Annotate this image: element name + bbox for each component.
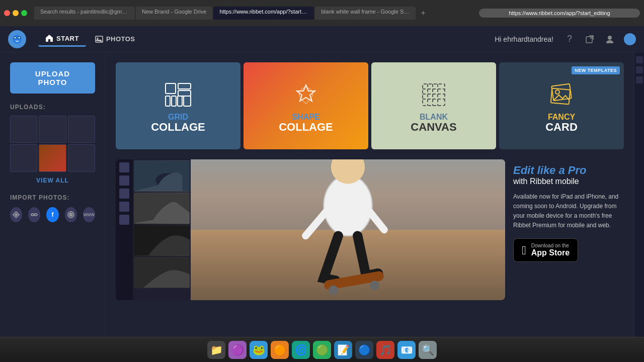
svg-rect-20 xyxy=(184,96,191,106)
help-icon[interactable]: ? xyxy=(564,33,576,45)
tab-gmail[interactable]: Search results - paintitredlic@gmail.com… xyxy=(34,7,135,20)
phone-sidebar-icon-4 xyxy=(119,202,129,212)
phone-mockup xyxy=(116,159,505,300)
sidebar: UPLOAD PHOTO UPLOADS: VIEW ALL IMPORT PH… xyxy=(0,52,106,337)
shape-collage-card[interactable]: SHAPE COLLAGE Generate a shape made up o… xyxy=(244,62,368,149)
user-avatar xyxy=(624,33,636,45)
dock-icon-2[interactable]: 🐸 xyxy=(250,341,268,359)
maximize-btn[interactable] xyxy=(21,10,27,16)
fancy-card-inner: NEW TEMPLATES FANCY CARD xyxy=(499,62,624,149)
blank-canvas-inner: BLANK CANVAS xyxy=(371,62,496,149)
svg-point-4 xyxy=(19,37,20,38)
dock-finder[interactable]: 📁 xyxy=(207,341,225,359)
tab-ribbet[interactable]: https://www.ribbet.com/app/?start_editin… xyxy=(213,7,314,20)
browser-tabs: Search results - paintitredlic@gmail.com… xyxy=(34,7,476,20)
fancy-card-card[interactable]: NEW TEMPLATES FANCY CARD Create holiday … xyxy=(499,62,624,149)
promo-title-top: Edit like a Pro xyxy=(513,164,624,176)
dock-icon-8[interactable]: 🎵 xyxy=(376,341,394,359)
svg-rect-16 xyxy=(178,90,191,96)
right-icon-2 xyxy=(636,66,643,73)
tab-google[interactable]: blank white wall frame - Google Search xyxy=(315,7,416,20)
url-bar[interactable]: https://www.ribbet.com/app/?start_editin… xyxy=(479,9,640,18)
browser-chrome: Search results - paintitredlic@gmail.com… xyxy=(0,0,644,26)
grid-collage-title-bottom: COLLAGE xyxy=(151,122,205,133)
svg-point-9 xyxy=(31,214,34,216)
import-www-icon[interactable]: www xyxy=(83,207,95,222)
upload-thumb-6[interactable] xyxy=(68,144,95,171)
bottom-section: Edit like a Pro with Ribbet mobile Avail… xyxy=(116,159,624,300)
shape-collage-inner: SHAPE COLLAGE xyxy=(244,62,368,149)
svg-point-38 xyxy=(324,175,372,236)
dock-icon-4[interactable]: 🌀 xyxy=(292,341,310,359)
fancy-card-title-bottom: CARD xyxy=(545,122,578,133)
phone-sidebar xyxy=(116,159,133,300)
download-on-label: Download on the xyxy=(531,243,570,248)
dock-icon-7[interactable]: 🔵 xyxy=(355,341,373,359)
dock-icon-5[interactable]: 🟢 xyxy=(313,341,331,359)
new-tab-button[interactable]: + xyxy=(417,7,429,20)
svg-rect-21 xyxy=(423,84,445,106)
blank-canvas-title-bottom: CANVAS xyxy=(411,122,456,133)
svg-rect-15 xyxy=(178,83,191,89)
upload-thumb-3[interactable] xyxy=(68,116,95,143)
import-picasa-icon[interactable] xyxy=(10,207,22,222)
frog-icon xyxy=(12,34,23,45)
svg-point-8 xyxy=(608,36,612,40)
right-icon-3 xyxy=(636,76,643,83)
nav-photos[interactable]: PHOTOS xyxy=(88,32,142,46)
app-store-name: App Store xyxy=(531,248,570,257)
svg-point-3 xyxy=(15,37,16,38)
home-icon xyxy=(45,34,53,42)
svg-point-42 xyxy=(370,281,379,290)
main-content: UPLOAD PHOTO UPLOADS: VIEW ALL IMPORT PH… xyxy=(0,52,644,337)
promo-area: Edit like a Pro with Ribbet mobile Avail… xyxy=(513,159,624,300)
header-right: Hi ehrhardtandrea! ? xyxy=(495,33,636,45)
app-header: START PHOTOS Hi ehrhardtandrea! ? xyxy=(0,26,644,52)
browser-controls xyxy=(4,10,27,16)
svg-point-41 xyxy=(329,286,338,295)
upload-thumb-5[interactable] xyxy=(39,144,66,171)
upload-thumb-1[interactable] xyxy=(10,116,37,143)
svg-point-13 xyxy=(70,214,71,215)
app-store-button[interactable]:  Download on the App Store xyxy=(513,238,578,262)
external-link-icon[interactable] xyxy=(584,33,596,45)
dock-icon-1[interactable]: 🟣 xyxy=(228,341,247,359)
content-area: GRID COLLAGE Align your photos in a clas… xyxy=(106,52,634,337)
svg-rect-17 xyxy=(166,96,170,106)
import-label: IMPORT PHOTOS: xyxy=(10,194,95,201)
dock-icon-9[interactable]: 📧 xyxy=(397,341,416,359)
import-link-icon[interactable] xyxy=(28,207,40,222)
strip-item-1[interactable] xyxy=(134,160,190,192)
upload-photo-button[interactable]: UPLOAD PHOTO xyxy=(10,62,95,94)
strip-item-3[interactable] xyxy=(134,225,190,256)
strip-item-4[interactable] xyxy=(134,257,190,288)
svg-point-0 xyxy=(13,35,22,44)
svg-point-30 xyxy=(555,90,559,94)
tab-drive[interactable]: New Brand - Google Drive xyxy=(136,7,212,20)
view-all-link[interactable]: VIEW ALL xyxy=(10,177,95,184)
right-icon-1 xyxy=(636,56,643,63)
greeting-text: Hi ehrhardtandrea! xyxy=(495,35,553,43)
blank-canvas-card[interactable]: BLANK CANVAS Start from scratch. Pick ca… xyxy=(371,62,496,149)
phone-sidebar-icon-1 xyxy=(119,162,129,172)
import-facebook-icon[interactable]: f xyxy=(46,207,58,222)
upload-grid xyxy=(10,116,95,172)
phone-sidebar-icon-5 xyxy=(119,215,129,225)
image-icon xyxy=(95,35,103,43)
upload-thumb-2[interactable] xyxy=(39,116,66,143)
import-target-icon[interactable] xyxy=(65,207,77,222)
strip-item-2[interactable] xyxy=(134,193,190,224)
import-icons: f www xyxy=(10,207,95,222)
header-icons: ? xyxy=(564,33,636,45)
dock-icon-6[interactable]: 📝 xyxy=(334,341,352,359)
promo-description: Available now for iPad and iPhone, and c… xyxy=(513,192,624,231)
close-btn[interactable] xyxy=(4,10,10,16)
user-icon[interactable] xyxy=(604,33,616,45)
nav-start[interactable]: START xyxy=(38,31,86,47)
dock-icon-3[interactable]: 🟠 xyxy=(271,341,289,359)
main-photo xyxy=(191,159,505,300)
grid-collage-card[interactable]: GRID COLLAGE Align your photos in a clas… xyxy=(116,62,240,149)
dock-icon-10[interactable]: 🔍 xyxy=(419,341,437,359)
minimize-btn[interactable] xyxy=(13,10,19,16)
upload-thumb-4[interactable] xyxy=(10,144,37,171)
